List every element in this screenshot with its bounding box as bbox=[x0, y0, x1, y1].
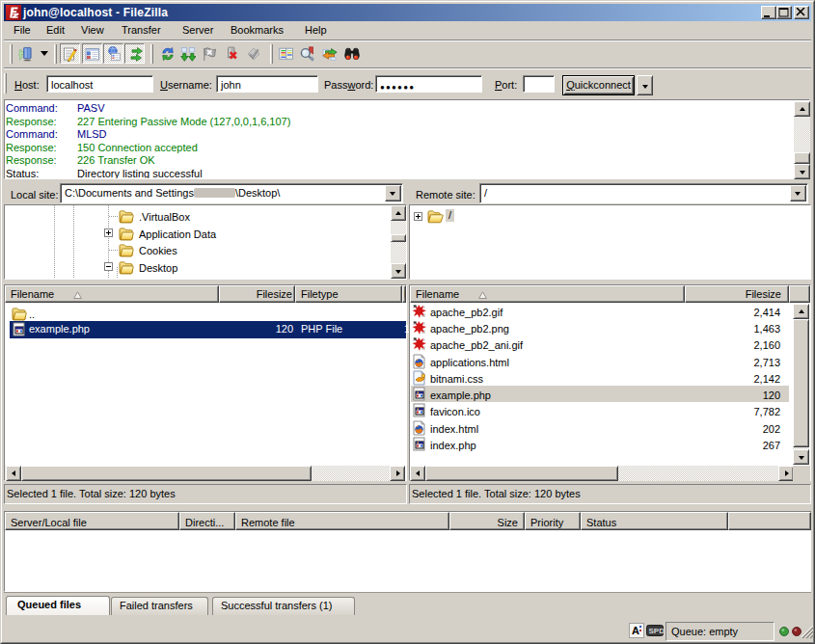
svg-text:SPD: SPD bbox=[649, 627, 665, 635]
svg-text:A: A bbox=[632, 625, 639, 636]
